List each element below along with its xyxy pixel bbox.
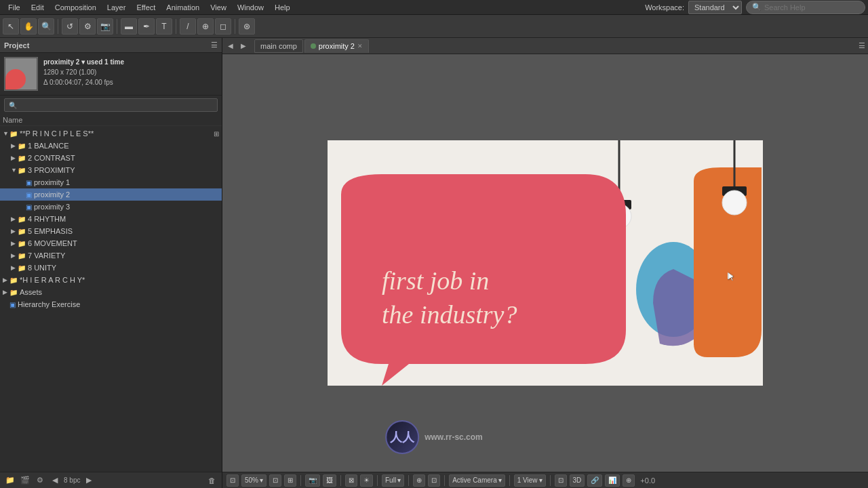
menu-file[interactable]: File [3, 2, 26, 13]
comp-icon: ▣ [26, 179, 32, 186]
expand-arrow: ▶ [11, 252, 18, 259]
tree-item-hierarchy[interactable]: ▶ 📁 *H I E R A R C H Y* [0, 274, 222, 286]
item-label: **P R I N C I P L E S** [20, 129, 94, 138]
exposure-btn[interactable]: ☀ [360, 474, 373, 487]
comp-duration: Δ 0:00:04:07, 24.00 fps [43, 77, 124, 87]
tree-item-principles[interactable]: ▼ 📁 **P R I N C I P L E S** ⊞ [0, 127, 222, 140]
selection-tool[interactable]: ↖ [3, 18, 19, 35]
expand-arrow: ▶ [11, 142, 18, 149]
svg-point-7 [722, 190, 747, 215]
folder-icon: 📁 [18, 264, 26, 272]
puppet-tool[interactable]: ⊛ [239, 18, 255, 35]
sep [509, 475, 510, 486]
sep4 [235, 19, 235, 34]
item-label: 7 VARIETY [28, 251, 65, 260]
text-tool[interactable]: T [156, 18, 172, 35]
brush-tool[interactable]: / [180, 18, 196, 35]
snapshot-btn[interactable]: 📷 [305, 474, 320, 487]
tree-item-proximity1[interactable]: ▣ proximity 1 [0, 176, 222, 188]
folder-icon: 📁 [18, 216, 26, 223]
hand-tool[interactable]: ✋ [20, 18, 37, 35]
menu-layer[interactable]: Layer [102, 2, 132, 13]
zoom-label: 50% [245, 476, 258, 484]
render-preview-btn[interactable]: ⊕ [623, 474, 635, 487]
view-select[interactable]: 1 View ▾ [514, 474, 546, 487]
comp-tab-menu-icon[interactable]: ☰ [859, 41, 865, 50]
pen-tool[interactable]: ✒ [138, 18, 155, 35]
tree-item-variety[interactable]: ▶ 📁 7 VARIETY [0, 249, 222, 262]
workspace-select[interactable]: Standard All Panels Animation Minimal [688, 1, 742, 14]
rect-tool[interactable]: ▬ [121, 18, 137, 35]
tree-item-proximity2[interactable]: ▣ proximity 2 [0, 188, 222, 201]
transparency-btn[interactable]: ⊠ [345, 474, 357, 487]
zoom-tool[interactable]: 🔍 [38, 18, 54, 35]
zoom-select[interactable]: 50% ▾ [241, 474, 267, 487]
tree-item-rhythm[interactable]: ▶ 📁 4 RHYTHM [0, 213, 222, 225]
new-comp-btn[interactable]: 🎬 [19, 474, 31, 487]
menu-window[interactable]: Window [232, 2, 269, 13]
next-btn[interactable]: ▶ [83, 474, 95, 487]
fit-btn[interactable]: ⊡ [269, 474, 281, 487]
tab-main-comp[interactable]: main comp [254, 39, 303, 53]
always-preview-btn[interactable]: ⊡ [226, 474, 239, 487]
menu-animation[interactable]: Animation [161, 2, 205, 13]
item-label: 1 BALANCE [28, 142, 69, 150]
tree-item-balance[interactable]: ▶ 📁 1 BALANCE [0, 140, 222, 152]
comp-thumbnail [4, 57, 38, 91]
menu-help[interactable]: Help [269, 2, 296, 13]
color-mgmt-btn[interactable]: ⊕ [413, 474, 425, 487]
tab-proximity2[interactable]: proximity 2 ✕ [304, 39, 369, 53]
prev-btn[interactable]: ◀ [49, 474, 61, 487]
menu-view[interactable]: View [205, 2, 232, 13]
show-snapshot-btn[interactable]: 🖼 [323, 474, 336, 487]
sep [340, 475, 341, 486]
draft-3d-btn[interactable]: 3D [570, 474, 585, 487]
file-tree: Name ▼ 📁 **P R I N C I P L E S** ⊞ ▶ 📁 1… [0, 115, 222, 472]
tree-item-movement[interactable]: ▶ 📁 6 MOVEMENT [0, 237, 222, 249]
sep3 [176, 19, 176, 34]
stamp-tool[interactable]: ⊕ [197, 18, 214, 35]
tab-close-icon[interactable]: ✕ [357, 43, 363, 49]
comp-icon: ▣ [9, 301, 16, 308]
menu-composition[interactable]: Composition [50, 2, 102, 13]
timeline-link-btn[interactable]: 🔗 [587, 474, 602, 487]
project-panel-header: Project ☰ [0, 38, 222, 53]
tab-ctrl-right[interactable]: ▶ [238, 41, 249, 52]
sep [300, 475, 301, 486]
tab-label: main comp [260, 42, 297, 50]
folder-icon: 📁 [9, 130, 18, 138]
zoom-arrow: ▾ [260, 476, 263, 484]
panel-menu-icon[interactable]: ☰ [211, 41, 218, 49]
settings-tool[interactable]: ⚙ [79, 18, 96, 35]
tree-item-proximity[interactable]: ▼ 📁 3 PROXIMITY [0, 164, 222, 176]
new-folder-btn[interactable]: 📁 [4, 474, 16, 487]
flow-graph-btn[interactable]: 📊 [605, 474, 620, 487]
folder-icon: 📁 [9, 289, 18, 296]
menu-edit[interactable]: Edit [26, 2, 50, 13]
tree-item-unity[interactable]: ▶ 📁 8 UNITY [0, 262, 222, 274]
folder-icon: 📁 [18, 142, 26, 150]
search-input[interactable] [764, 3, 859, 12]
tab-ctrl-left[interactable]: ◀ [225, 41, 236, 52]
render-btn[interactable]: ⊡ [555, 474, 567, 487]
grid-btn[interactable]: ⊞ [284, 474, 296, 487]
delete-btn[interactable]: 🗑 [205, 474, 218, 487]
menu-effect[interactable]: Effect [131, 2, 161, 13]
rotate-tool[interactable]: ↺ [62, 18, 78, 35]
tab-label: proximity 2 [319, 42, 355, 50]
tree-item-proximity3[interactable]: ▣ proximity 3 [0, 201, 222, 213]
tree-item-assets[interactable]: ▶ 📁 Assets [0, 286, 222, 298]
camera-select[interactable]: Active Camera ▾ [449, 474, 505, 487]
settings-btn[interactable]: ⚙ [34, 474, 46, 487]
tree-item-hierarchy-ex[interactable]: ▣ Hierarchy Exercise [0, 298, 222, 310]
eraser-tool[interactable]: ◻ [215, 18, 231, 35]
project-search-input[interactable] [17, 101, 213, 109]
folder-icon: 📁 [18, 155, 26, 162]
pixel-aspect-btn[interactable]: ⊡ [428, 474, 440, 487]
expand-arrow: ▶ [11, 264, 18, 271]
canvas: first job in the industry? [328, 140, 763, 386]
camera-tool[interactable]: 📷 [97, 18, 113, 35]
quality-select[interactable]: Full ▾ [382, 474, 404, 487]
tree-item-contrast[interactable]: ▶ 📁 2 CONTRAST [0, 152, 222, 164]
tree-item-emphasis[interactable]: ▶ 📁 5 EMPHASIS [0, 225, 222, 237]
